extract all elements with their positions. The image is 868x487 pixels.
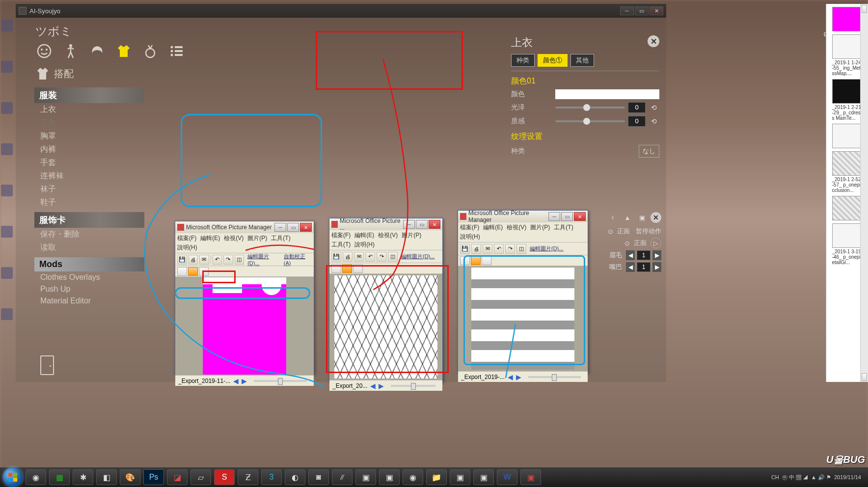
save-icon[interactable]: 💾 xyxy=(177,255,187,265)
view-thumb[interactable] xyxy=(460,256,470,265)
sidebar-item-overlays[interactable]: Clothes Overlays xyxy=(34,271,144,283)
texture-slider[interactable] xyxy=(555,120,625,122)
desktop-icon[interactable] xyxy=(1,185,13,196)
save-icon[interactable]: 💾 xyxy=(460,244,470,254)
pm-min[interactable]: ─ xyxy=(548,212,560,221)
taskbar-app[interactable]: ◪ xyxy=(167,469,188,485)
taskbar-chrome[interactable]: ◉ xyxy=(403,469,423,485)
menu-tool[interactable]: 工具(T) xyxy=(271,234,290,243)
scrollbar[interactable] xyxy=(860,4,868,382)
taskbar-3dsmax[interactable]: 3 xyxy=(261,469,282,485)
hair-tab[interactable] xyxy=(88,42,106,60)
minimize-button[interactable]: ─ xyxy=(620,6,634,15)
picture-manager-window-1[interactable]: Microsoft Office Picture Manager ─▭✕ 檔案(… xyxy=(175,221,314,374)
mail-icon[interactable]: ✉ xyxy=(483,244,492,254)
desktop-icon[interactable] xyxy=(1,102,13,114)
pm-close[interactable]: ✕ xyxy=(300,223,312,232)
maximize-button[interactable]: ▭ xyxy=(635,6,649,15)
start-button[interactable] xyxy=(3,467,23,487)
ime-indicator[interactable]: ㊥ 中 ▦ ◢ xyxy=(782,474,808,481)
view-strip[interactable] xyxy=(482,256,491,265)
taskbar-app[interactable]: ▱ xyxy=(190,469,211,485)
front-label-1[interactable]: 正面 xyxy=(617,227,630,236)
sidebar-item-socks[interactable]: 袜子 xyxy=(34,183,144,196)
pm-canvas[interactable] xyxy=(458,266,588,371)
taskbar-app[interactable]: ⫽ xyxy=(332,469,353,485)
file-thumb[interactable] xyxy=(832,196,863,220)
view-strip[interactable] xyxy=(353,264,363,273)
zoom-slider[interactable] xyxy=(254,380,307,382)
tray-icons[interactable]: ▲ 🔊 ⚑ xyxy=(811,474,831,481)
menu-tool[interactable]: 工具(T) xyxy=(331,241,351,249)
pose-image-icon[interactable]: ▣ xyxy=(637,212,648,223)
rotate-icon[interactable]: ↷ xyxy=(377,252,386,262)
desktop-icon[interactable] xyxy=(1,267,13,279)
gloss-value[interactable]: 0 xyxy=(628,102,646,113)
rotate-icon[interactable]: ↶ xyxy=(494,244,504,254)
print-icon[interactable]: 🖨 xyxy=(189,255,198,265)
exit-button[interactable] xyxy=(40,355,54,375)
sidebar-item-save-delete[interactable]: 保存・删除 xyxy=(34,228,144,241)
tab-type[interactable]: 种类 xyxy=(511,54,535,67)
taskbar-app[interactable]: ▣ xyxy=(379,469,400,485)
desktop-icon[interactable] xyxy=(1,61,13,73)
accessory-tab[interactable] xyxy=(141,42,159,60)
zoom-slider[interactable] xyxy=(391,385,435,387)
sidebar-item-gloves[interactable]: 手套 xyxy=(34,156,144,169)
close-button[interactable]: ✕ xyxy=(650,6,663,15)
print-icon[interactable]: 🖨 xyxy=(343,252,353,262)
pose-close-button[interactable]: ✕ xyxy=(651,212,661,223)
desktop-icon[interactable] xyxy=(1,308,13,320)
mouth-prev[interactable]: ◀ xyxy=(626,262,635,272)
pm-max[interactable]: ▭ xyxy=(416,220,428,229)
pm-close[interactable]: ✕ xyxy=(429,220,440,229)
list-tab[interactable] xyxy=(168,42,186,60)
type-none-button[interactable]: なし xyxy=(639,145,659,158)
edit-pic-link[interactable]: 編輯圖片(D)... xyxy=(247,253,280,266)
texture-reset-button[interactable]: ⟲ xyxy=(649,116,659,127)
sidebar-item-panties[interactable]: 内裤 xyxy=(34,143,144,156)
menu-pic[interactable]: 圖片(P) xyxy=(530,223,550,232)
next-arrow[interactable]: ▶ xyxy=(379,382,384,390)
pm-canvas[interactable] xyxy=(329,274,442,380)
sidebar-item-shoes[interactable]: 鞋子 xyxy=(34,196,144,209)
menu-file[interactable]: 檔案(F) xyxy=(460,223,479,232)
edit-pic-link[interactable]: 編輯圖片(D)... xyxy=(530,245,563,252)
picture-manager-window-2[interactable]: Microsoft Office Picture ... ─▭✕ 檔案(F) 編… xyxy=(329,218,443,382)
mouth-next[interactable]: ▶ xyxy=(652,262,661,272)
taskbar-photoshop[interactable]: Ps xyxy=(143,469,164,485)
file-thumb[interactable]: _2019-1 2-21-29_ p_cdress MainTe... xyxy=(832,79,863,121)
titlebar[interactable]: AI-Syoujyo ─ ▭ ✕ xyxy=(16,4,666,18)
texture-value[interactable]: 0 xyxy=(628,116,646,127)
front-label-2[interactable]: 正面 xyxy=(634,239,647,247)
view-single[interactable] xyxy=(471,256,481,265)
prev-arrow[interactable]: ◀ xyxy=(508,373,513,381)
file-thumb[interactable]: _2019-1 1-24-55_ ing_Met ssMap.... xyxy=(832,34,863,76)
color-swatch[interactable] xyxy=(555,89,659,99)
taskbar-explorer[interactable]: 📁 xyxy=(426,469,447,485)
sidebar-item-bottom[interactable]: 下衣 xyxy=(34,116,144,130)
menu-help[interactable]: 說明(H) xyxy=(460,233,480,241)
taskbar-app[interactable]: ◧ xyxy=(96,469,117,485)
crop-icon[interactable]: ◫ xyxy=(388,252,398,262)
desktop-icon[interactable] xyxy=(1,20,13,31)
crop-icon[interactable]: ◫ xyxy=(516,244,526,254)
pm-titlebar[interactable]: Microsoft Office Picture Manager ─▭✕ xyxy=(458,211,588,222)
edit-pic-link[interactable]: 編輯圖片(D)... xyxy=(401,253,434,260)
file-thumb[interactable]: _2019-1 3-19-46_ p_onepi etailGl... xyxy=(832,223,863,265)
crop-icon[interactable]: ◫ xyxy=(235,255,244,265)
menu-help[interactable]: 說明(H) xyxy=(177,244,197,252)
rotate-icon[interactable]: ↶ xyxy=(365,252,375,262)
menu-file[interactable]: 檔案(F) xyxy=(177,234,196,243)
menu-edit[interactable]: 編輯(E) xyxy=(483,223,503,232)
clock[interactable]: 2019/11/14 xyxy=(834,474,861,480)
view-thumb[interactable] xyxy=(331,264,341,273)
lang-indicator[interactable]: CH xyxy=(771,474,779,480)
sidebar-item-load[interactable]: 读取 xyxy=(34,241,144,254)
save-icon[interactable]: 💾 xyxy=(331,252,341,262)
mail-icon[interactable]: ✉ xyxy=(199,255,209,265)
pm-max[interactable]: ▭ xyxy=(287,223,299,232)
taskbar-discord[interactable]: ◙ xyxy=(308,469,329,485)
body-tab[interactable] xyxy=(62,42,80,60)
gloss-slider[interactable] xyxy=(555,107,625,108)
